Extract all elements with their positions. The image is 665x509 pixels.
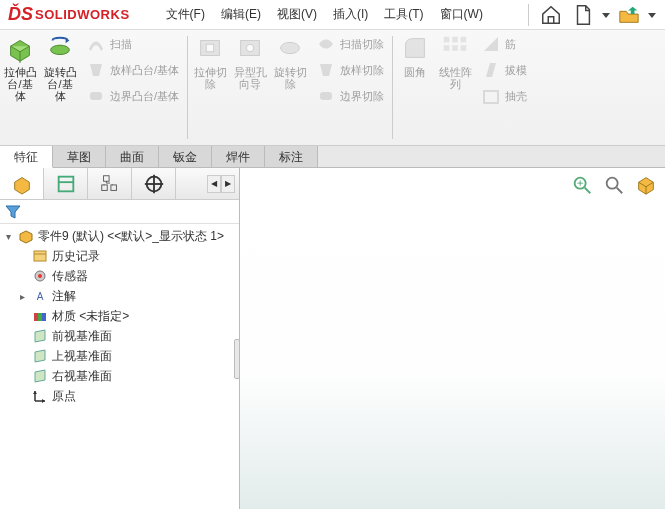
ribbon: 拉伸凸台/基体 旋转凸台/基体 扫描 放样凸台/基体 边界凸台/基体 拉伸切除 … xyxy=(0,30,665,146)
revolve-cut-button[interactable]: 旋转切除 xyxy=(270,30,310,145)
filter-icon[interactable] xyxy=(4,203,22,221)
tree-filter-row xyxy=(0,200,239,224)
tree-item[interactable]: 材质 <未指定> xyxy=(0,306,239,326)
tree-root-label: 零件9 (默认) <<默认>_显示状态 1> xyxy=(38,228,224,245)
svg-rect-3 xyxy=(206,44,214,52)
plane-icon xyxy=(31,347,49,365)
extrude-cut-icon xyxy=(194,32,226,64)
loft-cut-button[interactable]: 放样切除 xyxy=(312,58,388,82)
boundary-cut-button[interactable]: 边界切除 xyxy=(312,84,388,108)
svg-rect-13 xyxy=(461,45,467,51)
tree-item-label: 前视基准面 xyxy=(52,328,112,345)
panel-tab-strip: ◀ ▶ xyxy=(0,168,239,200)
hole-wizard-button[interactable]: 异型孔向导 xyxy=(230,30,270,145)
svg-rect-8 xyxy=(444,37,450,43)
collapse-icon[interactable]: ▾ xyxy=(2,230,14,242)
menu-item-0[interactable]: 文件(F) xyxy=(158,2,213,27)
extrude-boss-button[interactable]: 拉伸凸台/基体 xyxy=(0,30,40,145)
view-orientation-button[interactable] xyxy=(633,172,659,198)
menu-item-4[interactable]: 工具(T) xyxy=(376,2,431,27)
panel-prev-button[interactable]: ◀ xyxy=(207,175,221,193)
loft-cut-icon xyxy=(316,60,336,80)
annotation-icon: A xyxy=(31,287,49,305)
svg-point-36 xyxy=(607,178,618,189)
origin-icon xyxy=(31,387,49,405)
svg-rect-17 xyxy=(103,175,109,181)
open-doc-dropdown[interactable] xyxy=(647,11,657,19)
boundary-button[interactable]: 边界凸台/基体 xyxy=(82,84,183,108)
feature-tree-tab[interactable] xyxy=(0,168,44,199)
extrude-label: 拉伸凸台/基体 xyxy=(2,66,38,102)
revolve-label: 旋转凸台/基体 xyxy=(42,66,78,102)
rib-icon xyxy=(481,34,501,54)
sweep-button[interactable]: 扫描 xyxy=(82,32,183,56)
doc-tab-5[interactable]: 标注 xyxy=(265,146,318,167)
tree-spacer xyxy=(16,310,28,322)
tree-spacer xyxy=(16,370,28,382)
swept-cut-button[interactable]: 扫描切除 xyxy=(312,32,388,56)
menu-item-3[interactable]: 插入(I) xyxy=(325,2,376,27)
configuration-tab[interactable] xyxy=(88,168,132,199)
tree-item[interactable]: 历史记录 xyxy=(0,246,239,266)
panel-next-button[interactable]: ▶ xyxy=(221,175,235,193)
property-manager-tab[interactable] xyxy=(44,168,88,199)
dimxpert-tab[interactable] xyxy=(132,168,176,199)
hole-icon xyxy=(234,32,266,64)
part-icon xyxy=(17,227,35,245)
tree-root[interactable]: ▾ 零件9 (默认) <<默认>_显示状态 1> xyxy=(0,226,239,246)
svg-text:A: A xyxy=(37,291,44,302)
tree-item-label: 传感器 xyxy=(52,268,88,285)
tree-spacer xyxy=(16,250,28,262)
shell-icon xyxy=(481,86,501,106)
tree-item[interactable]: 前视基准面 xyxy=(0,326,239,346)
shell-button[interactable]: 抽壳 xyxy=(477,84,531,108)
revolve-boss-button[interactable]: 旋转凸台/基体 xyxy=(40,30,80,145)
fillet-button[interactable]: 圆角 xyxy=(395,30,435,145)
new-doc-dropdown[interactable] xyxy=(601,11,611,19)
swept-cut-icon xyxy=(316,34,336,54)
separator xyxy=(187,36,188,139)
tree-item-label: 注解 xyxy=(52,288,76,305)
extrude-icon xyxy=(4,32,36,64)
draft-button[interactable]: 拔模 xyxy=(477,58,531,82)
new-doc-button[interactable] xyxy=(569,3,597,27)
revolve-icon xyxy=(44,32,76,64)
tree-item[interactable]: ▸A注解 xyxy=(0,286,239,306)
extrude-cut-button[interactable]: 拉伸切除 xyxy=(190,30,230,145)
graphics-viewport[interactable] xyxy=(240,168,665,509)
tree-item-label: 材质 <未指定> xyxy=(52,308,129,325)
menu-item-1[interactable]: 编辑(E) xyxy=(213,2,269,27)
open-doc-button[interactable] xyxy=(615,3,643,27)
svg-rect-19 xyxy=(110,184,116,190)
svg-rect-7 xyxy=(320,92,332,100)
pattern-icon xyxy=(439,32,471,64)
svg-rect-23 xyxy=(34,251,46,261)
menu-item-2[interactable]: 视图(V) xyxy=(269,2,325,27)
loft-icon xyxy=(86,60,106,80)
boundary-cut-icon xyxy=(316,86,336,106)
svg-rect-14 xyxy=(484,91,498,103)
tree-item-label: 右视基准面 xyxy=(52,368,112,385)
menu-item-5[interactable]: 窗口(W) xyxy=(432,2,491,27)
expand-icon[interactable]: ▸ xyxy=(16,290,28,302)
linear-pattern-button[interactable]: 线性阵列 xyxy=(435,30,475,145)
svg-rect-10 xyxy=(461,37,467,43)
doc-tab-2[interactable]: 曲面 xyxy=(106,146,159,167)
loft-button[interactable]: 放样凸台/基体 xyxy=(82,58,183,82)
rib-button[interactable]: 筋 xyxy=(477,32,531,56)
zoom-fit-button[interactable] xyxy=(569,172,595,198)
tree-spacer xyxy=(16,270,28,282)
tree-item[interactable]: 上视基准面 xyxy=(0,346,239,366)
tree-item[interactable]: 原点 xyxy=(0,386,239,406)
doc-tab-1[interactable]: 草图 xyxy=(53,146,106,167)
doc-tab-3[interactable]: 钣金 xyxy=(159,146,212,167)
zoom-area-button[interactable] xyxy=(601,172,627,198)
svg-line-37 xyxy=(617,188,623,194)
tree-item[interactable]: 右视基准面 xyxy=(0,366,239,386)
doc-tab-4[interactable]: 焊件 xyxy=(212,146,265,167)
doc-tab-0[interactable]: 特征 xyxy=(0,146,53,168)
home-button[interactable] xyxy=(537,3,565,27)
tree-item[interactable]: 传感器 xyxy=(0,266,239,286)
logo-text: SOLIDWORKS xyxy=(35,7,130,22)
history-icon xyxy=(31,247,49,265)
